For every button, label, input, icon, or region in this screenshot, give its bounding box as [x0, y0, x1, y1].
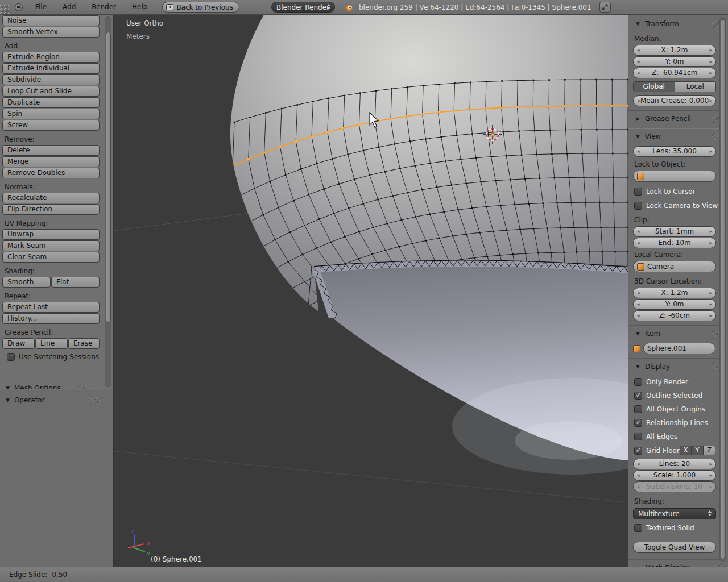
outline-selected-checkbox[interactable]	[634, 392, 642, 400]
tool-button-unwrap[interactable]: Unwrap	[2, 229, 100, 240]
median-y-slider[interactable]: ◂Y: 0m▸	[633, 56, 716, 67]
all-object-origins-label: All Object Origins	[646, 405, 705, 413]
textured-solid-checkbox[interactable]	[634, 524, 642, 532]
all-object-origins-checkbox[interactable]	[634, 405, 642, 413]
tool-button-erase[interactable]: Erase	[68, 338, 100, 349]
tool-button-extrude-individual[interactable]: Extrude Individual	[2, 63, 100, 74]
tool-button-extrude-region[interactable]: Extrude Region	[2, 52, 100, 63]
textured-solid-label: Textured Solid	[646, 524, 694, 532]
fullscreen-icon	[602, 4, 608, 10]
view-panel-header[interactable]: ▼ View	[633, 131, 728, 142]
local-camera-field[interactable]: Camera	[633, 261, 716, 272]
tool-button-loop-cut[interactable]: Loop Cut and Slide	[2, 86, 100, 97]
tool-button-smooth-vertex[interactable]: Smooth Vertex	[2, 27, 100, 38]
render-engine-select[interactable]: Blender Render	[271, 2, 335, 13]
tool-button-recalculate[interactable]: Recalculate	[2, 193, 100, 203]
lock-to-cursor-checkbox[interactable]	[634, 188, 642, 196]
back-to-previous-button[interactable]: Back to Previous	[162, 2, 239, 13]
tool-button-clear-seam[interactable]: Clear Seam	[2, 252, 100, 263]
local-camera-label: Local Camera:	[634, 251, 728, 259]
global-toggle[interactable]: Global	[633, 81, 675, 92]
cursor-y-slider[interactable]: ◂Y: 0m▸	[633, 299, 716, 310]
grid-floor-checkbox[interactable]	[634, 447, 642, 455]
tool-button-subdivide[interactable]: Subdivide	[2, 74, 100, 85]
tool-button-history[interactable]: History...	[2, 313, 100, 324]
shading-mode-select[interactable]: Multitexture	[633, 508, 716, 519]
mesh-data-icon	[633, 345, 640, 352]
mean-crease-slider[interactable]: ◂Mean Crease: 0.000▸	[633, 95, 716, 106]
grid-subdivisions-slider[interactable]: ◂Subdivisions: 10▸	[633, 481, 716, 492]
clip-label: Clip:	[634, 216, 728, 224]
viewport-canvas[interactable]: z x y	[114, 15, 628, 567]
editor-type-icon[interactable]	[15, 3, 23, 11]
tool-button-repeat-last[interactable]: Repeat Last	[2, 302, 100, 313]
mesh-options-header[interactable]: ▼ Mesh Options	[0, 383, 105, 389]
tool-button-mark-seam[interactable]: Mark Seam	[2, 240, 100, 251]
relationship-lines-checkbox[interactable]	[634, 419, 642, 427]
tool-button-screw[interactable]: Screw	[2, 120, 100, 131]
display-panel-header[interactable]: ▼ Display	[633, 361, 728, 372]
menu-add[interactable]: Add	[55, 0, 84, 14]
grid-axis-x-toggle[interactable]: X	[680, 446, 692, 455]
section-label-repeat: Repeat:	[5, 293, 114, 300]
properties-region: ▼ Transform Median: ◂X: 1.2m▸ ◂Y: 0m▸ ◂Z…	[628, 15, 728, 567]
modal-operator-status: Edge Slide: -0.50	[9, 571, 67, 579]
outline-selected-label: Outline Selected	[646, 392, 702, 400]
use-sketching-sessions-checkbox[interactable]	[7, 353, 15, 361]
grid-axis-y-toggle[interactable]: Y	[692, 446, 704, 455]
axis-y-label: y	[147, 550, 150, 556]
item-name-field[interactable]: Sphere.001	[643, 343, 715, 354]
lock-camera-to-view-checkbox[interactable]	[634, 202, 642, 210]
tool-button-delete[interactable]: Delete	[2, 145, 100, 156]
median-x-slider[interactable]: ◂X: 1.2m▸	[633, 45, 716, 56]
tool-shelf-scrollbar-thumb[interactable]	[106, 32, 111, 323]
viewport-3d[interactable]: z x y User Ortho Meters (0) Sphere.001	[114, 15, 628, 567]
grid-scale-slider[interactable]: ◂Scale: 1.000▸	[633, 470, 716, 481]
item-panel-header[interactable]: ▼ Item	[633, 329, 728, 339]
panel-drag-grip[interactable]	[89, 397, 102, 404]
toggle-quad-view-button[interactable]: Toggle Quad View	[633, 542, 716, 553]
transform-panel-header[interactable]: ▼ Transform	[633, 19, 728, 29]
lens-slider[interactable]: ◂Lens: 35.000▸	[633, 146, 716, 157]
panel-separator	[628, 325, 719, 326]
cursor-x-slider[interactable]: ◂X: 1.2m▸	[633, 288, 716, 298]
triangle-right-icon: ▶	[636, 116, 640, 122]
median-z-slider[interactable]: ◂Z: -60.941cm▸	[633, 68, 716, 78]
tool-button-duplicate[interactable]: Duplicate	[2, 97, 100, 108]
menu-help[interactable]: Help	[124, 0, 155, 14]
grease-pencil-panel-header[interactable]: ▶ Grease Pencil	[633, 114, 728, 124]
clip-start-slider[interactable]: ◂Start: 1mm▸	[633, 226, 716, 237]
tool-button-noise[interactable]: Noise	[2, 15, 100, 26]
lock-to-object-field[interactable]	[633, 171, 716, 182]
operator-panel-header[interactable]: ▼ Operator	[0, 395, 113, 405]
scene-stats: blender.org 259 | Ve:64-1220 | Ed:64-256…	[359, 3, 592, 11]
grid-lines-slider[interactable]: ◂Lines: 20▸	[633, 459, 716, 469]
tool-button-flat[interactable]: Flat	[51, 277, 100, 288]
section-label-remove: Remove:	[5, 136, 114, 143]
properties-scrollbar[interactable]	[719, 17, 726, 562]
only-render-checkbox[interactable]	[634, 378, 642, 386]
tool-button-draw[interactable]: Draw	[2, 338, 35, 349]
tool-shelf-scrollbar[interactable]	[105, 16, 111, 387]
fullscreen-toggle-button[interactable]	[599, 2, 611, 13]
menu-render[interactable]: Render	[84, 0, 124, 14]
properties-scrollbar-thumb[interactable]	[721, 19, 725, 559]
menu-file[interactable]: File	[27, 0, 55, 14]
view-orientation-label: User Ortho	[126, 19, 163, 27]
section-label-normals: Normals:	[5, 184, 114, 190]
grid-axis-z-toggle[interactable]: Z	[704, 446, 715, 455]
local-toggle[interactable]: Local	[675, 81, 717, 92]
tool-button-merge[interactable]: Merge	[2, 156, 100, 167]
window-corner-grip[interactable]	[0, 5, 9, 14]
panel-separator	[628, 110, 719, 111]
panel-drag-grip[interactable]	[78, 385, 91, 389]
all-edges-checkbox[interactable]	[634, 433, 642, 440]
cursor-z-slider[interactable]: ◂Z: -60cm▸	[633, 310, 716, 321]
info-header: File Add Render Help Back to Previous Bl…	[0, 0, 728, 15]
tool-button-line[interactable]: Line	[35, 338, 68, 349]
tool-button-smooth[interactable]: Smooth	[2, 277, 51, 288]
tool-button-spin[interactable]: Spin	[2, 109, 100, 119]
clip-end-slider[interactable]: ◂End: 10m▸	[633, 238, 716, 248]
tool-button-flip-direction[interactable]: Flip Direction	[2, 204, 100, 215]
tool-button-remove-doubles[interactable]: Remove Doubles	[2, 168, 100, 178]
